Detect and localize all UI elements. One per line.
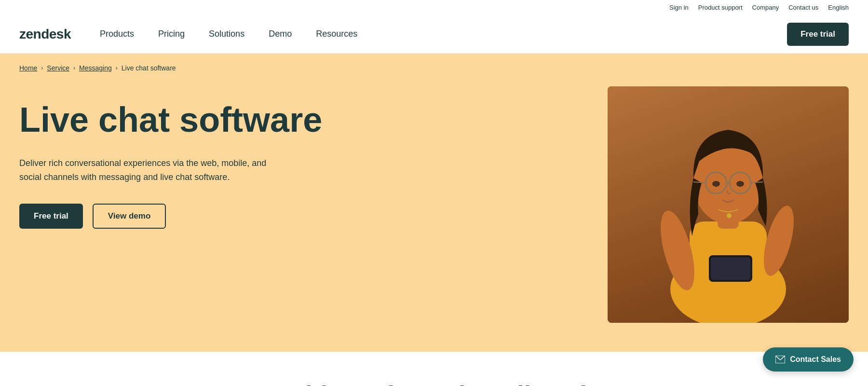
breadcrumb-home[interactable]: Home [19, 64, 37, 72]
hero-description: Deliver rich conversational experiences … [19, 156, 289, 184]
svg-point-13 [712, 181, 720, 187]
mail-icon [775, 356, 785, 363]
nav-solutions[interactable]: Solutions [209, 29, 244, 39]
breadcrumb-messaging[interactable]: Messaging [79, 64, 112, 72]
hero-view-demo-button[interactable]: View demo [93, 204, 166, 229]
contact-us-link[interactable]: Contact us [788, 4, 818, 11]
nav-resources[interactable]: Resources [316, 29, 357, 39]
company-link[interactable]: Company [752, 4, 779, 11]
svg-point-15 [727, 213, 732, 218]
hero-text: Live chat software Deliver rich conversa… [19, 86, 357, 229]
nav-free-trial-button[interactable]: Free trial [787, 23, 849, 46]
hero-section: Home › Service › Messaging › Live chat s… [0, 54, 868, 352]
hero-content: Live chat software Deliver rich conversa… [19, 86, 849, 323]
main-nav: zendesk Products Pricing Solutions Demo … [0, 15, 868, 54]
hero-image-placeholder [608, 86, 849, 323]
breadcrumb-separator-1: › [41, 65, 43, 71]
breadcrumb-separator-2: › [73, 65, 75, 71]
svg-point-14 [736, 181, 744, 187]
sign-in-link[interactable]: Sign in [669, 4, 689, 11]
hero-free-trial-button[interactable]: Free trial [19, 204, 83, 229]
contact-sales-button[interactable]: Contact Sales [763, 347, 854, 372]
hero-buttons: Free trial View demo [19, 204, 357, 229]
language-link[interactable]: English [828, 4, 849, 11]
utility-bar: Sign in Product support Company Contact … [0, 0, 868, 15]
logo[interactable]: zendesk [19, 27, 71, 42]
nav-products[interactable]: Products [100, 29, 134, 39]
person-illustration [651, 86, 805, 323]
bottom-title: A guide to the 15 best live chat [251, 381, 618, 386]
nav-demo[interactable]: Demo [269, 29, 292, 39]
breadcrumb-service[interactable]: Service [47, 64, 69, 72]
product-support-link[interactable]: Product support [698, 4, 743, 11]
breadcrumb-current: Live chat software [122, 64, 176, 72]
hero-image [608, 86, 849, 323]
nav-pricing[interactable]: Pricing [158, 29, 185, 39]
breadcrumb: Home › Service › Messaging › Live chat s… [19, 54, 849, 86]
svg-rect-5 [711, 257, 750, 280]
breadcrumb-separator-3: › [116, 65, 118, 71]
hero-title: Live chat software [19, 101, 357, 139]
contact-sales-label: Contact Sales [790, 355, 841, 364]
bottom-section: A guide to the 15 best live chat [0, 352, 868, 386]
nav-links: Products Pricing Solutions Demo Resource… [100, 29, 787, 39]
